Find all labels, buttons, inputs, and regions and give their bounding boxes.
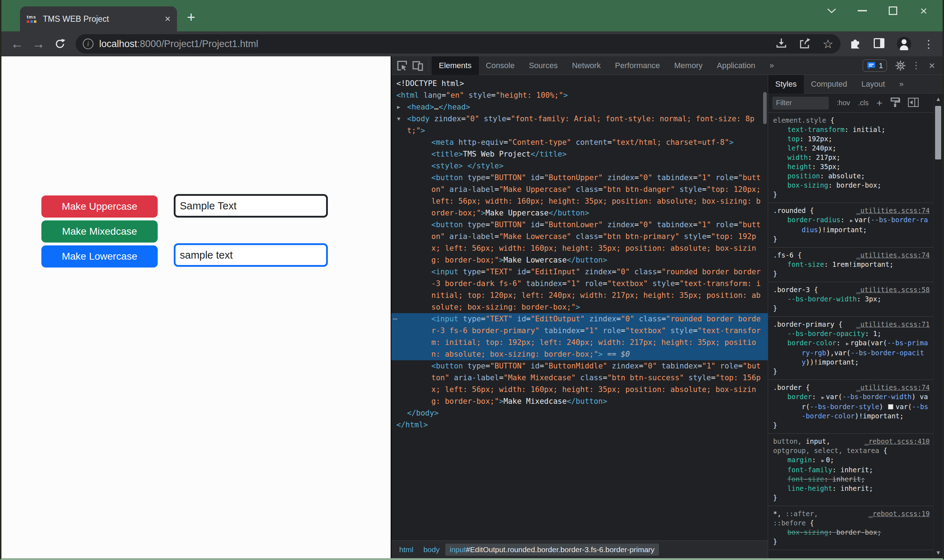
browser-menu-kebab-icon[interactable]: ⋮ [923, 38, 934, 50]
dom-tree-node[interactable]: </body> [391, 407, 768, 419]
dom-tree-node[interactable]: <html lang="en" style="height: 100%;"> [391, 89, 768, 101]
install-icon[interactable] [776, 38, 787, 50]
devtools-tab-console[interactable]: Console [479, 56, 522, 75]
styles-scrollbar-thumb[interactable] [935, 106, 941, 160]
page-button-make-mixedcase[interactable]: Make Mixedcase [42, 220, 158, 243]
property-name[interactable]: left [787, 144, 804, 152]
property-name[interactable]: box-sizing [787, 528, 828, 536]
dom-tree-node[interactable]: <button type="BUTTON" id="ButtonLower" z… [391, 219, 768, 266]
expand-value-arrow-icon[interactable]: ▶ [844, 341, 850, 346]
device-toolbar-icon[interactable] [410, 58, 426, 73]
styles-filter-input[interactable] [772, 97, 829, 109]
reload-button[interactable] [51, 38, 69, 50]
rule-selector[interactable]: element.style { [773, 116, 835, 124]
property-name[interactable]: font-family [787, 466, 832, 474]
hover-toggle[interactable]: :hov [836, 99, 850, 107]
property-name[interactable]: border [787, 393, 812, 400]
property-name[interactable]: --bs-border-width [787, 295, 856, 303]
profile-avatar[interactable] [897, 37, 911, 51]
devtools-close-icon[interactable]: × [924, 58, 940, 73]
window-chevron-icon[interactable] [826, 5, 837, 16]
rule-selector[interactable]: *, ::after,::before { [773, 510, 818, 527]
css-property[interactable]: width: 217px; [773, 153, 930, 162]
side-panel-icon[interactable] [873, 38, 885, 50]
devtools-tab-application[interactable]: Application [710, 56, 762, 75]
devtools-tab-elements[interactable]: Elements [432, 56, 479, 75]
property-name[interactable]: box-sizing [787, 181, 828, 189]
browser-tab[interactable]: tms TMS WEB Project × [20, 6, 177, 31]
css-property[interactable]: --bs-border-opacity: 1; [773, 329, 930, 338]
devtools-tab-performance[interactable]: Performance [608, 56, 667, 75]
stylesheet-source-link[interactable]: _reboot.scss:19 [869, 509, 930, 518]
dom-tree-node-selected[interactable]: ⋯<input type="TEXT" id="EditOutput" zind… [391, 313, 768, 360]
share-icon[interactable] [799, 38, 810, 50]
maximize-button[interactable] [888, 5, 898, 16]
property-name[interactable]: height [787, 163, 812, 171]
css-property[interactable]: font-size: 1rem!important; [773, 260, 930, 269]
css-property[interactable]: position: absolute; [773, 171, 930, 180]
expand-value-arrow-icon[interactable]: ▶ [849, 218, 855, 223]
stylesheet-source-link[interactable]: _utilities.scss:74 [856, 383, 930, 392]
property-name[interactable]: line-height [787, 485, 832, 492]
dom-tree-node[interactable]: <input type="TEXT" id="EditInput" zindex… [391, 266, 768, 313]
css-property[interactable]: box-sizing: border-box; [773, 180, 930, 190]
rule-selector[interactable]: .border-3 { [773, 286, 818, 294]
new-style-rule-button[interactable]: + [876, 97, 882, 109]
site-info-icon[interactable]: i [83, 38, 94, 49]
minimize-button[interactable] [857, 5, 868, 16]
close-button[interactable]: × [918, 5, 929, 16]
back-button[interactable]: ← [8, 36, 26, 51]
dom-tree-node[interactable]: <meta http-equiv="Content-type" content=… [391, 137, 768, 148]
breadcrumb-item[interactable]: body [419, 544, 444, 556]
css-property[interactable]: box-sizing: border-box; [773, 528, 930, 537]
sidebar-toggle-icon[interactable] [908, 98, 919, 108]
breadcrumb-item[interactable]: html [395, 544, 418, 556]
css-property[interactable]: font-family: inherit; [773, 465, 930, 474]
sidebar-tab-styles[interactable]: Styles [768, 75, 804, 94]
elements-scrollbar-thumb[interactable] [763, 92, 767, 124]
dom-tree-node[interactable]: <button type="BUTTON" id="ButtonUpper" z… [391, 172, 768, 219]
expand-value-arrow-icon[interactable]: ▶ [820, 458, 826, 463]
property-name[interactable]: width [787, 153, 808, 161]
css-property[interactable]: top: 192px; [773, 134, 930, 143]
property-name[interactable]: text-transform [787, 126, 844, 134]
stylesheet-source-link[interactable]: _reboot.scss:410 [864, 437, 930, 446]
property-name[interactable]: --bs-border-opacity [787, 329, 865, 337]
styles-scrollbar[interactable]: ▲ ▼ [933, 94, 942, 558]
css-property[interactable]: text-transform: initial; [773, 125, 930, 134]
expand-value-arrow-icon[interactable]: ▶ [820, 394, 826, 400]
dom-tree-node[interactable]: ▶<head>…</head> [391, 101, 768, 113]
edit-input-field[interactable] [174, 194, 328, 218]
property-name[interactable]: font-size [787, 475, 824, 483]
property-name[interactable]: position [787, 172, 820, 180]
css-property[interactable]: font-size: inherit; [773, 474, 930, 484]
css-property[interactable]: --bs-border-width: 3px; [773, 294, 930, 303]
devtools-tab-memory[interactable]: Memory [667, 56, 710, 75]
dom-tree-node[interactable]: <style> </style> [391, 160, 768, 172]
page-button-make-lowercase[interactable]: Make Lowercase [42, 245, 158, 268]
rule-selector[interactable]: .border { [773, 383, 810, 391]
devtools-settings-gear-icon[interactable] [893, 58, 908, 73]
property-name[interactable]: margin [787, 456, 812, 464]
dom-tree-node[interactable]: <!DOCTYPE html> [391, 78, 768, 89]
sidebar-tab-computed[interactable]: Computed [804, 75, 855, 94]
issues-badge[interactable]: 1 [862, 60, 887, 72]
scroll-up-icon[interactable]: ▲ [934, 96, 943, 102]
css-property[interactable]: left: 240px; [773, 143, 930, 153]
new-tab-button[interactable]: + [187, 10, 195, 24]
extensions-puzzle-icon[interactable] [849, 37, 861, 51]
bookmark-star-icon[interactable]: ☆ [823, 37, 833, 51]
dom-tree-node[interactable]: <button type="BUTTON" id="ButtonMiddle" … [391, 360, 768, 407]
collapse-arrow-icon[interactable]: ▼ [397, 113, 400, 125]
inspect-element-icon[interactable] [394, 58, 410, 73]
url-bar[interactable]: i localhost:8000/Project1/Project1.html … [75, 34, 841, 54]
css-property[interactable]: margin: ▶0; [773, 455, 930, 465]
more-sidebar-tabs-chevron[interactable]: » [892, 75, 911, 94]
forward-button[interactable]: → [29, 36, 48, 51]
property-name[interactable]: border-color [787, 339, 836, 347]
dom-tree-node[interactable]: <title>TMS Web Project</title> [391, 148, 768, 160]
css-property[interactable]: border: ▶var(--bs-border-width) var(--bs… [773, 392, 930, 420]
scroll-down-icon[interactable]: ▼ [934, 550, 943, 556]
breadcrumb-item[interactable]: input#EditOutput.rounded.border.border-3… [445, 544, 659, 556]
tab-close-icon[interactable]: × [165, 13, 171, 25]
